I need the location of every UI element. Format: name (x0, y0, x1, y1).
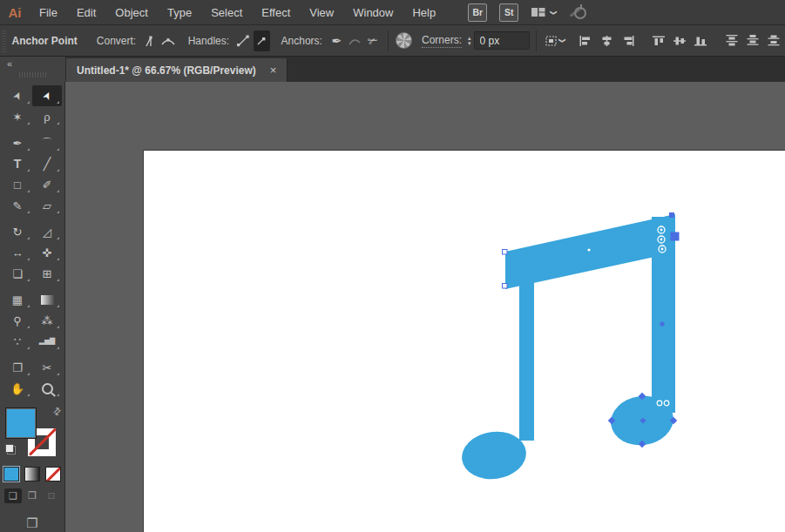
draw-normal-button[interactable]: ❑ (4, 488, 22, 503)
align-vertical-center-icon (673, 35, 687, 47)
menu-effect[interactable]: Effect (252, 1, 300, 24)
screen-mode-icon: ❒ (26, 515, 37, 531)
fill-swatch[interactable] (5, 407, 37, 439)
distribute-bottom-button[interactable] (764, 30, 785, 51)
align-right-button[interactable] (618, 30, 639, 51)
control-bar-title: Anchor Point (10, 35, 85, 47)
change-screen-mode-button[interactable]: ❒ (0, 515, 64, 531)
corners-link[interactable]: Corners: (422, 34, 462, 48)
tool-blend[interactable]: ⁂ (32, 310, 62, 331)
recolor-artwork-button[interactable] (396, 30, 412, 51)
panel-grip[interactable] (2, 30, 6, 52)
menu-type[interactable]: Type (158, 1, 201, 24)
tool-shape-builder[interactable]: ❏ (3, 263, 32, 284)
tool-width[interactable]: ↔ (3, 242, 32, 263)
show-handles-button[interactable] (235, 30, 252, 51)
stem-anchor-dot[interactable] (660, 321, 664, 326)
tool-eraser[interactable]: ▱ (32, 195, 62, 216)
stock-button[interactable]: St (499, 3, 518, 22)
tool-shaper[interactable]: ✎ (3, 195, 32, 216)
align-center-button[interactable] (597, 30, 618, 51)
menu-file[interactable]: File (30, 1, 67, 24)
distribute-vertical-center-button[interactable] (743, 30, 764, 51)
tool-selection[interactable]: ➤ (3, 85, 32, 106)
align-top-icon (652, 35, 667, 47)
tool-type[interactable]: T (3, 153, 32, 174)
tool-eyedropper[interactable]: ⚲ (3, 310, 32, 331)
tool-lasso[interactable]: ρ (32, 106, 62, 127)
tool-curvature[interactable]: ⌒ (32, 132, 62, 153)
align-top-button[interactable] (649, 30, 670, 51)
draw-inside-button[interactable]: ⊡ (43, 488, 60, 503)
paint-style-buttons (0, 467, 64, 481)
menu-window[interactable]: Window (343, 1, 403, 24)
gpu-performance-icon[interactable] (569, 4, 588, 20)
remove-anchor-button[interactable]: ✒ (328, 30, 345, 51)
distribute-vertical-center-icon (746, 34, 761, 47)
tool-artboard[interactable]: ❐ (3, 357, 32, 378)
hide-handles-button[interactable] (254, 30, 270, 51)
anchor-point-handle[interactable] (503, 284, 508, 289)
document-tab[interactable]: Untitled-1* @ 66.67% (RGB/Preview) × (66, 58, 288, 82)
color-button[interactable] (3, 467, 19, 481)
workspace-grid-icon (531, 6, 546, 18)
connect-anchors-button[interactable] (347, 30, 363, 51)
draw-behind-button[interactable]: ❒ (24, 488, 41, 503)
canvas-pasteboard[interactable] (65, 82, 785, 532)
tool-direct-selection[interactable]: ➤ (32, 85, 62, 106)
show-handles-icon (235, 34, 251, 48)
tool-paintbrush[interactable]: ✐ (32, 174, 62, 195)
corners-stepper[interactable]: ▴ ▾ (468, 36, 471, 46)
isolate-selected-object-button[interactable]: ❯ (543, 30, 566, 51)
panel-drag-grip[interactable] (19, 72, 47, 77)
distribute-top-button[interactable] (722, 30, 743, 51)
selected-anchor-point[interactable] (671, 232, 680, 241)
align-left-button[interactable] (576, 30, 597, 51)
gradient-button[interactable] (24, 467, 40, 481)
align-bottom-icon (694, 35, 708, 47)
tool-zoom[interactable] (32, 378, 62, 399)
default-fill-stroke-icon[interactable] (5, 444, 16, 455)
tool-symbol-sprayer[interactable]: ∵ (3, 331, 32, 352)
tool-mesh[interactable]: ▦ (3, 289, 32, 310)
menu-edit[interactable]: Edit (67, 1, 105, 24)
tool-perspective-grid[interactable]: ⊞ (32, 263, 62, 284)
menu-object[interactable]: Object (105, 1, 158, 24)
tool-hand[interactable]: ✋ (3, 378, 32, 399)
stepper-down-icon[interactable]: ▾ (468, 41, 471, 46)
swap-fill-stroke-icon[interactable]: ⇄ (51, 405, 64, 419)
tool-gradient[interactable] (32, 289, 62, 310)
tool-rectangle[interactable]: □ (3, 174, 32, 195)
tool-rotate[interactable]: ↻ (3, 221, 32, 242)
collapse-panel-icon[interactable]: « (7, 58, 12, 69)
selected-anchor-point[interactable] (669, 212, 674, 218)
tool-puppet-warp[interactable]: ✜ (32, 242, 62, 263)
tool-column-graph[interactable]: ▂▅▇ (32, 331, 62, 352)
menu-help[interactable]: Help (403, 1, 445, 24)
smooth-point-icon (160, 34, 176, 48)
cut-path-button[interactable]: ✃ (364, 30, 381, 51)
pen-nib-icon: ✒ (331, 35, 342, 47)
tool-magic-wand[interactable]: ✶ (3, 106, 32, 127)
align-center-icon (599, 35, 614, 47)
scissors-curve-icon: ✃ (368, 35, 378, 47)
close-tab-icon[interactable]: × (270, 64, 277, 76)
none-button[interactable] (45, 467, 61, 481)
tool-scale[interactable]: ◿ (32, 221, 62, 242)
music-note-artwork[interactable] (65, 82, 785, 532)
convert-to-corner-button[interactable] (142, 30, 159, 51)
arrange-documents-button[interactable]: ❯ (531, 6, 557, 18)
anchor-point-handle[interactable] (503, 250, 508, 255)
align-vertical-center-button[interactable] (670, 30, 691, 51)
convert-to-smooth-button[interactable] (160, 30, 177, 51)
align-bottom-button[interactable] (691, 30, 712, 51)
align-left-icon (579, 35, 593, 47)
tool-pen[interactable]: ✒ (3, 132, 32, 153)
tool-line-segment[interactable]: ╱ (32, 153, 62, 174)
tool-slice[interactable]: ✂ (32, 357, 62, 378)
corner-point-icon (143, 34, 159, 48)
menu-select[interactable]: Select (201, 1, 252, 24)
corners-input[interactable] (474, 31, 530, 50)
menu-view[interactable]: View (300, 1, 343, 24)
bridge-button[interactable]: Br (468, 3, 487, 22)
